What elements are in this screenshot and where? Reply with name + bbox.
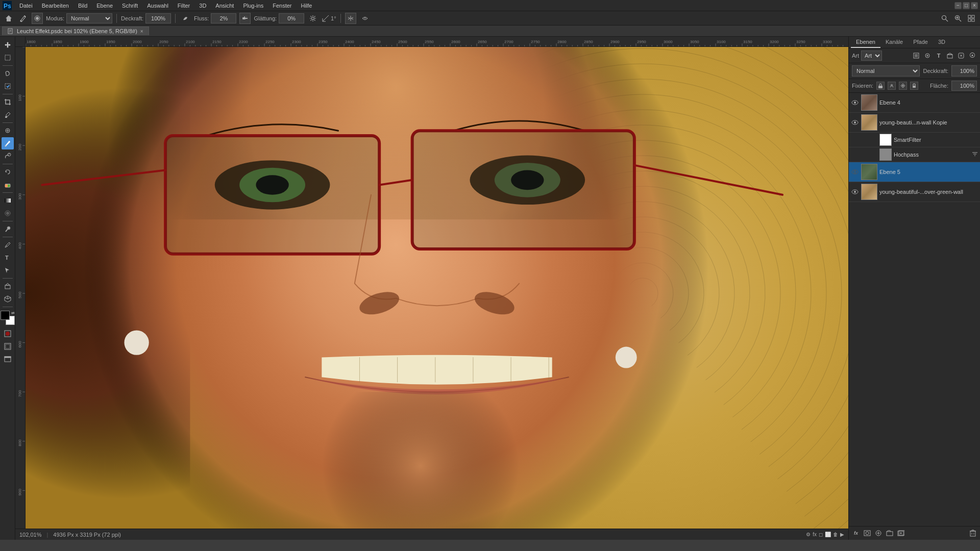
home-button[interactable]	[3, 13, 14, 24]
healing-brush-tool[interactable]	[2, 124, 14, 137]
menu-fenster[interactable]: Fenster	[268, 2, 296, 10]
tab-pfade[interactable]: Pfade	[908, 37, 933, 48]
menu-hilfe[interactable]: Hilfe	[297, 2, 316, 10]
status-icon-4[interactable]: ⬜	[825, 532, 831, 537]
brush-tool[interactable]	[2, 137, 14, 149]
svg-rect-35	[5, 198, 11, 203]
zoom-icon[interactable]	[952, 13, 964, 24]
workspace-button[interactable]	[966, 13, 977, 24]
status-icon-2[interactable]: fx	[813, 532, 817, 537]
status-icon-3[interactable]: ◻	[819, 532, 823, 537]
lock-transparent-button[interactable]	[876, 82, 885, 90]
shape-tool[interactable]	[2, 280, 14, 292]
3d-tool[interactable]	[2, 293, 14, 305]
move-tool[interactable]	[2, 39, 14, 51]
filter-pixel-icon[interactable]	[912, 51, 921, 60]
status-icon-1[interactable]: ⚙	[806, 532, 811, 537]
filter-toggle-icon[interactable]: ⦿	[968, 51, 977, 60]
minimize-button[interactable]: −	[954, 2, 962, 9]
screen-mode-button[interactable]	[2, 353, 14, 365]
sub-layer-smartfilter[interactable]: SmartFilter	[849, 133, 980, 147]
add-adjustment-button[interactable]	[873, 528, 884, 538]
smoothing-input[interactable]	[279, 13, 304, 23]
layer-ebene4[interactable]: Ebene 4	[849, 93, 980, 113]
layer-effects-button[interactable]: fx	[851, 528, 861, 538]
marquee-tool[interactable]	[2, 52, 14, 64]
blur-tool[interactable]	[2, 207, 14, 219]
opacity-value-input[interactable]	[951, 65, 977, 77]
smoothing-settings-icon[interactable]	[307, 13, 318, 24]
opacity-input[interactable]	[145, 13, 171, 23]
menu-plugins[interactable]: Plug-ins	[239, 2, 267, 10]
delete-layer-button[interactable]	[968, 528, 978, 538]
flow-input[interactable]	[211, 13, 236, 23]
filter-text-icon[interactable]: T	[934, 51, 943, 60]
dodge-tool[interactable]	[2, 223, 14, 235]
maximize-button[interactable]: □	[963, 2, 970, 9]
mode-select[interactable]: Normal	[66, 13, 112, 23]
history-brush-tool[interactable]	[2, 166, 14, 178]
blend-mode-select[interactable]: Normal	[852, 65, 920, 77]
menu-filter[interactable]: Filter	[174, 2, 194, 10]
new-layer-button[interactable]	[896, 528, 906, 538]
layer-ebene5-visibility[interactable]	[851, 168, 859, 176]
sub-layer-hochpass[interactable]: Hochpass	[849, 147, 980, 162]
tab-ebenen[interactable]: Ebenen	[851, 37, 880, 48]
airbrush-button[interactable]	[239, 13, 251, 24]
menu-3d[interactable]: 3D	[195, 2, 210, 10]
menu-bild[interactable]: Bild	[74, 2, 91, 10]
foreground-background-colors[interactable]: ⇄	[1, 311, 15, 325]
brush-tip-icon[interactable]	[180, 13, 191, 24]
eraser-tool[interactable]	[2, 179, 14, 191]
pressure-button[interactable]	[359, 13, 371, 24]
frame-tool[interactable]	[2, 340, 14, 353]
layer-ebene4-visibility[interactable]	[851, 98, 859, 107]
lock-image-button[interactable]	[888, 82, 896, 90]
object-select-tool[interactable]	[2, 80, 14, 92]
layer-young-kopie[interactable]: young-beauti...n-wall Kopie	[849, 113, 980, 133]
menu-bearbeiten[interactable]: Bearbeiten	[38, 2, 73, 10]
menu-datei[interactable]: Datei	[15, 2, 37, 10]
type-tool[interactable]: T	[2, 252, 14, 264]
layer-young-green[interactable]: young-beautiful-...over-green-wall	[849, 182, 980, 202]
quick-mask-button[interactable]	[2, 328, 14, 340]
close-button[interactable]: ×	[971, 2, 978, 9]
filter-shape-icon[interactable]	[945, 51, 954, 60]
photo-canvas[interactable]	[26, 47, 848, 540]
brush-preset-picker[interactable]	[32, 13, 43, 24]
eyedropper-tool[interactable]	[2, 109, 14, 121]
menu-schrift[interactable]: Schrift	[118, 2, 142, 10]
tab-close-button[interactable]: ×	[140, 29, 143, 34]
menu-auswahl[interactable]: Auswahl	[143, 2, 173, 10]
add-mask-button[interactable]	[862, 528, 872, 538]
status-icon-6[interactable]: ▶	[840, 532, 844, 537]
filter-adjustment-icon[interactable]	[923, 51, 932, 60]
symmetry-button[interactable]	[345, 13, 356, 24]
filter-type-select[interactable]: Art	[861, 51, 882, 61]
path-select-tool[interactable]	[2, 264, 14, 277]
crop-tool[interactable]	[2, 96, 14, 108]
angle-control[interactable]: 1°	[322, 14, 336, 22]
layer-ebene5[interactable]: Ebene 5	[849, 162, 980, 182]
layer-young-kopie-visibility[interactable]	[851, 118, 859, 127]
layer-group-button[interactable]	[885, 528, 895, 538]
document-tab[interactable]: Leucht Effekt.psdc bei 102% (Ebene 5, RG…	[2, 27, 149, 35]
pen-tool[interactable]	[2, 239, 14, 251]
menu-ansicht[interactable]: Ansicht	[211, 2, 238, 10]
search-icon[interactable]	[939, 13, 950, 24]
gradient-tool[interactable]	[2, 194, 14, 207]
swap-colors-icon[interactable]: ⇄	[11, 311, 15, 315]
filter-smart-icon[interactable]	[957, 51, 966, 60]
foreground-color[interactable]	[1, 311, 10, 320]
hochpass-options-icon[interactable]	[972, 151, 978, 158]
layer-young-green-visibility[interactable]	[851, 188, 859, 196]
menu-ebene[interactable]: Ebene	[92, 2, 117, 10]
tab-kanaele[interactable]: Kanäle	[880, 37, 908, 48]
lock-all-button[interactable]	[910, 82, 918, 90]
status-icon-5[interactable]: 🗑	[833, 532, 838, 537]
lasso-tool[interactable]	[2, 67, 14, 80]
clone-stamp-tool[interactable]	[2, 150, 14, 162]
fill-value-input[interactable]	[951, 81, 977, 91]
tab-3d[interactable]: 3D	[933, 37, 950, 48]
lock-position-button[interactable]	[899, 82, 907, 90]
